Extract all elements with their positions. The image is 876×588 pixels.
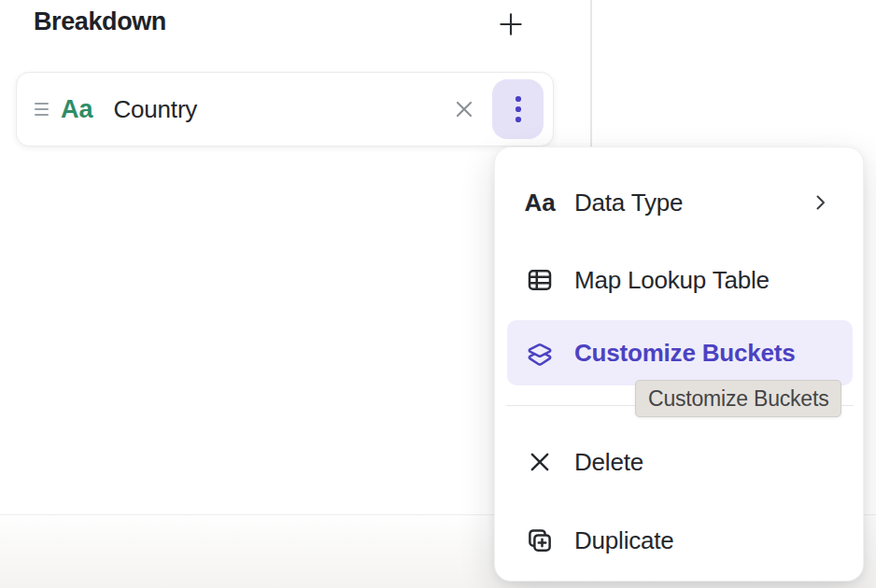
menu-item-data-type[interactable]: Aa Data Type — [495, 164, 863, 241]
layers-icon — [525, 339, 555, 367]
page-title: Breakdown — [34, 7, 166, 36]
menu-item-label: Data Type — [574, 189, 683, 217]
menu-item-customize-buckets[interactable]: Customize Buckets — [507, 320, 853, 385]
text-type-icon: Aa — [525, 190, 555, 215]
breakdown-field-card: Aa Country — [16, 72, 554, 147]
tooltip: Customize Buckets — [635, 380, 841, 417]
menu-item-label: Delete — [574, 448, 643, 477]
menu-item-label: Map Lookup Table — [574, 266, 770, 295]
menu-item-duplicate[interactable]: Duplicate — [495, 502, 863, 579]
plus-icon — [497, 10, 525, 38]
kebab-vertical-icon — [514, 94, 523, 124]
field-more-button[interactable] — [492, 79, 544, 139]
menu-item-label: Customize Buckets — [574, 339, 795, 368]
field-name: Country — [114, 95, 198, 124]
field-type-glyph: Aa — [61, 97, 93, 122]
add-breakdown-button[interactable] — [492, 7, 530, 42]
menu-item-map-lookup-table[interactable]: Map Lookup Table — [495, 241, 863, 319]
copy-plus-icon — [525, 526, 555, 554]
x-icon — [525, 449, 555, 475]
menu-item-delete[interactable]: Delete — [495, 425, 863, 499]
tooltip-text: Customize Buckets — [648, 386, 828, 411]
drag-handle-icon[interactable] — [35, 101, 49, 118]
menu-item-label: Duplicate — [574, 526, 674, 555]
chevron-right-icon — [809, 191, 831, 214]
table-icon — [525, 266, 555, 294]
field-context-menu: Aa Data Type Map Lookup Table Customize … — [494, 147, 864, 581]
remove-field-button[interactable] — [448, 93, 480, 125]
x-icon — [452, 97, 476, 121]
